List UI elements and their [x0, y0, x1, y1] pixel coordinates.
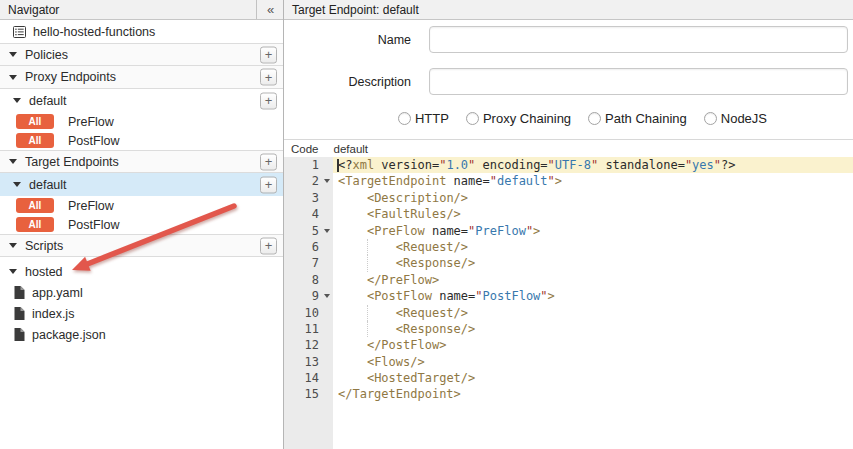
app-window: Navigator « hello-hosted-functionsPolici…	[0, 0, 853, 449]
code-line-5[interactable]: <PreFlow name="PreFlow">	[333, 223, 853, 239]
name-row: Name	[284, 26, 853, 53]
code-line-3[interactable]: <Description/>	[333, 190, 853, 206]
radio-http[interactable]: HTTP	[398, 111, 449, 126]
radio-circle-icon[interactable]	[588, 112, 601, 125]
list-icon	[13, 26, 26, 38]
add-button-default[interactable]: +	[260, 92, 277, 109]
code-line-8[interactable]: </PreFlow>	[333, 272, 853, 288]
radio-circle-icon[interactable]	[466, 112, 479, 125]
nav-flow-postflow[interactable]: AllPostFlow	[0, 131, 283, 150]
code-line-13[interactable]: <Flows/>	[333, 354, 853, 370]
nav-flow-preflow[interactable]: AllPreFlow	[0, 196, 283, 215]
nav-section-target-endpoints[interactable]: Target Endpoints+	[0, 150, 283, 173]
code-line-4[interactable]: <FaultRules/>	[333, 206, 853, 222]
code-line-15[interactable]: </TargetEndpoint>	[333, 386, 853, 402]
gutter-line-15: 15	[284, 386, 333, 402]
nav-flow-preflow[interactable]: AllPreFlow	[0, 112, 283, 131]
target-endpoint-panel: Target Endpoint: default Name Descriptio…	[284, 0, 853, 449]
indent-guide	[367, 239, 368, 255]
code-line-7[interactable]: <Response/>	[333, 255, 853, 271]
file-icon	[14, 328, 25, 341]
add-button-default[interactable]: +	[260, 176, 277, 193]
radio-proxy-chaining[interactable]: Proxy Chaining	[466, 111, 571, 126]
tree-item-label: PreFlow	[68, 199, 114, 213]
nav-section-policies[interactable]: Policies+	[0, 43, 283, 66]
nav-folder-hosted[interactable]: hosted	[0, 261, 283, 282]
caret-down-icon[interactable]	[9, 159, 17, 164]
code-line-2[interactable]: <TargetEndpoint name="default">	[333, 173, 853, 189]
editor-gutter: 123456789101112131415	[284, 157, 333, 449]
code-line-12[interactable]: </PostFlow>	[333, 337, 853, 353]
add-button-policies[interactable]: +	[260, 46, 277, 63]
tree-item-label: PostFlow	[68, 134, 119, 148]
tree-item-label: PostFlow	[68, 218, 119, 232]
fold-toggle-icon[interactable]	[324, 179, 330, 183]
code-file-name: default	[334, 143, 369, 155]
tree-item-label: PreFlow	[68, 115, 114, 129]
tree-item-label: default	[29, 94, 67, 108]
navigator-header: Navigator «	[0, 0, 283, 20]
radio-circle-icon[interactable]	[398, 112, 411, 125]
nav-file-index-js[interactable]: index.js	[0, 303, 283, 324]
endpoint-form: Name Description HTTPProxy ChainingPath …	[284, 20, 853, 140]
description-input[interactable]	[429, 68, 848, 95]
flow-condition-badge: All	[16, 198, 54, 213]
code-line-1[interactable]: <?xml version="1.0" encoding="UTF-8" sta…	[333, 157, 853, 173]
radio-label: NodeJS	[721, 111, 767, 126]
gutter-line-9: 9	[284, 288, 333, 304]
indent-guide	[367, 255, 368, 271]
name-label: Name	[284, 33, 429, 47]
description-label: Description	[284, 75, 429, 89]
radio-path-chaining[interactable]: Path Chaining	[588, 111, 687, 126]
code-line-10[interactable]: <Request/>	[333, 305, 853, 321]
nav-section-proxy-endpoints[interactable]: Proxy Endpoints+	[0, 66, 283, 89]
add-button-proxy-endpoints[interactable]: +	[260, 69, 277, 86]
add-button-target-endpoints[interactable]: +	[260, 153, 277, 170]
file-icon	[14, 286, 25, 299]
tree-item-label: Policies	[25, 48, 68, 62]
caret-down-icon[interactable]	[9, 52, 17, 57]
gutter-line-13: 13	[284, 354, 333, 370]
gutter-line-4: 4	[284, 206, 333, 222]
file-icon	[14, 307, 25, 320]
code-line-9[interactable]: <PostFlow name="PostFlow">	[333, 288, 853, 304]
endpoint-type-radios: HTTPProxy ChainingPath ChainingNodeJS	[312, 111, 853, 126]
panel-title: Target Endpoint: default	[292, 3, 419, 17]
nav-node-default[interactable]: default+	[0, 89, 283, 112]
nav-file-package-json[interactable]: package.json	[0, 324, 283, 345]
xml-code-editor[interactable]: 123456789101112131415 <?xml version="1.0…	[284, 157, 853, 449]
add-button-scripts[interactable]: +	[260, 237, 277, 254]
caret-down-icon[interactable]	[13, 98, 21, 103]
radio-nodejs[interactable]: NodeJS	[704, 111, 767, 126]
code-line-6[interactable]: <Request/>	[333, 239, 853, 255]
nav-item-hello-hosted-functions[interactable]: hello-hosted-functions	[0, 20, 283, 43]
nav-section-scripts[interactable]: Scripts+	[0, 234, 283, 257]
tree-item-label: hello-hosted-functions	[33, 25, 155, 39]
code-line-11[interactable]: <Response/>	[333, 321, 853, 337]
radio-label: Path Chaining	[605, 111, 687, 126]
caret-down-icon[interactable]	[9, 269, 17, 274]
tree-item-label: Scripts	[25, 239, 63, 253]
navigator-tree: hello-hosted-functionsPolicies+Proxy End…	[0, 20, 283, 345]
radio-circle-icon[interactable]	[704, 112, 717, 125]
navigator-title: Navigator	[8, 3, 59, 17]
nav-flow-postflow[interactable]: AllPostFlow	[0, 215, 283, 234]
editor-code-pane[interactable]: <?xml version="1.0" encoding="UTF-8" sta…	[333, 157, 853, 449]
tree-item-label: Target Endpoints	[25, 155, 119, 169]
gutter-line-8: 8	[284, 272, 333, 288]
tree-item-label: package.json	[32, 328, 106, 342]
code-line-14[interactable]: <HostedTarget/>	[333, 370, 853, 386]
code-tab-label: Code	[291, 143, 319, 155]
collapse-panel-button[interactable]: «	[256, 0, 283, 19]
caret-down-icon[interactable]	[13, 182, 21, 187]
fold-toggle-icon[interactable]	[324, 229, 330, 233]
gutter-line-10: 10	[284, 305, 333, 321]
caret-down-icon[interactable]	[9, 243, 17, 248]
nav-file-app-yaml[interactable]: app.yaml	[0, 282, 283, 303]
tree-item-label: Proxy Endpoints	[25, 70, 116, 84]
name-input[interactable]	[429, 26, 848, 53]
fold-toggle-icon[interactable]	[324, 294, 330, 298]
tree-item-label: hosted	[25, 265, 63, 279]
nav-node-default[interactable]: default+	[0, 173, 283, 196]
caret-down-icon[interactable]	[9, 75, 17, 80]
